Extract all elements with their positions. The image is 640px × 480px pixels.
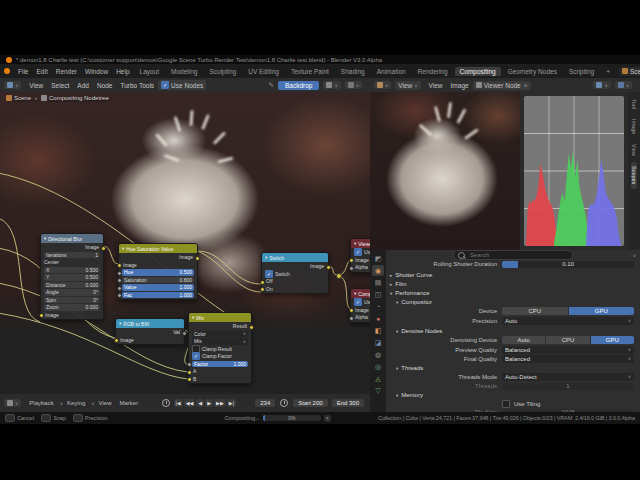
backdrop-button[interactable]: Backdrop bbox=[278, 81, 319, 90]
output-image[interactable]: Image bbox=[44, 244, 100, 251]
panel-memory[interactable]: ▾Memory bbox=[386, 391, 640, 399]
stopwatch-icon[interactable] bbox=[280, 399, 288, 407]
node-header[interactable]: ▾Viewer bbox=[351, 239, 370, 248]
use-tiling-checkbox[interactable] bbox=[502, 400, 510, 408]
menu-image[interactable]: Image bbox=[447, 82, 473, 89]
input-b[interactable]: B bbox=[192, 376, 248, 383]
menu-file[interactable]: File bbox=[14, 68, 32, 75]
field-x[interactable]: X0.500 bbox=[44, 267, 100, 274]
sync-icon[interactable] bbox=[162, 399, 170, 407]
switch-checkbox[interactable]: ✓Switch bbox=[265, 271, 325, 278]
field-hue[interactable]: Hue0.500 bbox=[122, 269, 194, 276]
use-nodes-toggle[interactable]: ✓Use Nodes bbox=[158, 80, 206, 90]
menu-keying[interactable]: Keying bbox=[63, 400, 89, 406]
rolling-shutter-slider[interactable]: 0.10 bbox=[502, 261, 634, 268]
use-alpha-checkbox[interactable]: ✓Use Alpha bbox=[354, 299, 370, 306]
menu-view[interactable]: View bbox=[25, 82, 47, 89]
properties-tab-scene-icon[interactable]: ◔ bbox=[372, 301, 384, 312]
node-switch[interactable]: ▾Switch Image ✓Switch Off On bbox=[261, 252, 329, 294]
field-y[interactable]: Y0.500 bbox=[44, 274, 100, 281]
properties-tab-world-icon[interactable]: ● bbox=[372, 313, 384, 324]
input-alpha[interactable]: Alpha bbox=[354, 264, 370, 271]
editor-type-button[interactable]: ∨ bbox=[4, 81, 21, 89]
properties-tab-render-icon[interactable]: ◉ bbox=[372, 265, 384, 276]
threads-mode-dropdown[interactable]: Auto-Detect∨ bbox=[502, 373, 634, 381]
denoise-cpu-button[interactable]: CPU bbox=[546, 336, 589, 344]
field-iterations[interactable]: Iterations1 bbox=[44, 252, 100, 259]
denoise-auto-button[interactable]: Auto bbox=[502, 336, 545, 344]
tab-modeling[interactable]: Modeling bbox=[166, 67, 202, 76]
frame-start-field[interactable]: Start 200 bbox=[293, 399, 327, 407]
node-header[interactable]: ▾Directional Blur bbox=[41, 234, 103, 243]
menu-marker[interactable]: Marker bbox=[116, 400, 143, 406]
play-reverse-button[interactable]: ◀ bbox=[196, 399, 204, 407]
output-image[interactable]: Image bbox=[122, 254, 194, 261]
field-zoom[interactable]: Zoom0.000 bbox=[44, 304, 100, 311]
search-box[interactable] bbox=[453, 250, 573, 260]
menu-render[interactable]: Render bbox=[52, 68, 81, 75]
use-alpha-checkbox[interactable]: ✓Use Alpha bbox=[354, 249, 370, 256]
mix-blend-mode-dropdown[interactable]: Mix∨ bbox=[192, 338, 248, 345]
view-transform-dropdown[interactable]: ∨ bbox=[615, 81, 632, 89]
input-image[interactable]: Image bbox=[44, 312, 100, 319]
properties-tab-modifiers-icon[interactable]: ◪ bbox=[372, 337, 384, 348]
backdrop-channels-button[interactable]: ∨ bbox=[323, 81, 340, 89]
output-image[interactable]: Image bbox=[265, 263, 325, 270]
frame-end-field[interactable]: End 300 bbox=[332, 399, 364, 407]
menu-turbo-tools[interactable]: Turbo Tools bbox=[116, 82, 158, 89]
close-icon[interactable]: × bbox=[524, 82, 528, 89]
tab-sculpting[interactable]: Sculpting bbox=[204, 67, 241, 76]
menu-edit[interactable]: Edit bbox=[32, 68, 51, 75]
node-hue-saturation-value[interactable]: ▾Hue Saturation Value Image Image Hue0.5… bbox=[118, 243, 198, 300]
cancel-job-button[interactable]: × bbox=[324, 415, 331, 422]
field-value[interactable]: Value1.000 bbox=[122, 284, 194, 291]
tab-shading[interactable]: Shading bbox=[336, 67, 370, 76]
current-frame-field[interactable]: 234 bbox=[255, 399, 275, 407]
jump-to-start-button[interactable]: |◀ bbox=[174, 399, 183, 407]
mix-data-type-dropdown[interactable]: Color∨ bbox=[192, 331, 248, 338]
preview-quality-dropdown[interactable]: Balanced∨ bbox=[502, 346, 634, 354]
blender-menu-icon[interactable] bbox=[4, 68, 10, 74]
menu-add[interactable]: Add bbox=[73, 82, 93, 89]
search-input[interactable] bbox=[468, 251, 562, 259]
image-datablock-selector[interactable]: Viewer Node× bbox=[473, 81, 531, 90]
input-image[interactable]: Image bbox=[122, 262, 194, 269]
panel-shutter-curve[interactable]: ▸Shutter Curve bbox=[386, 271, 640, 279]
input-image[interactable]: Image bbox=[119, 337, 181, 344]
panel-performance[interactable]: ▾Performance bbox=[386, 289, 640, 297]
tab-uv-editing[interactable]: UV Editing bbox=[243, 67, 284, 76]
tab-compositing[interactable]: Compositing bbox=[455, 67, 501, 76]
node-viewer[interactable]: ▾Viewer ✓Use Alpha Image Alpha bbox=[350, 238, 370, 273]
tab-add-workspace[interactable]: + bbox=[601, 67, 615, 76]
editor-type-button[interactable]: ∨ bbox=[374, 81, 391, 89]
node-header[interactable]: ▾Hue Saturation Value bbox=[119, 244, 197, 253]
tab-geometry-nodes[interactable]: Geometry Nodes bbox=[503, 67, 562, 76]
input-image[interactable]: Image bbox=[354, 307, 370, 314]
node-composite[interactable]: ▾Composite ✓Use Alpha Image Alpha bbox=[350, 288, 370, 323]
node-mix[interactable]: ▾Mix Result Color∨ Mix∨ Clamp Result ✓Cl… bbox=[188, 312, 252, 384]
play-button[interactable]: ▶ bbox=[205, 399, 213, 407]
panel-denoise-nodes[interactable]: ▾Denoise Nodes bbox=[386, 327, 640, 335]
tab-rendering[interactable]: Rendering bbox=[413, 67, 453, 76]
properties-tab-physics-icon[interactable]: ◎ bbox=[372, 361, 384, 372]
tab-animation[interactable]: Animation bbox=[372, 67, 411, 76]
properties-tab-output-icon[interactable]: ▤ bbox=[372, 277, 384, 288]
tab-tool[interactable]: Tool bbox=[631, 95, 637, 113]
editor-type-button[interactable]: ∨ bbox=[4, 399, 21, 407]
jump-to-end-button[interactable]: ▶| bbox=[227, 399, 236, 407]
field-spin[interactable]: Spin0° bbox=[44, 297, 100, 304]
node-header[interactable]: ▾Composite bbox=[351, 289, 370, 298]
input-image[interactable]: Image bbox=[354, 257, 370, 264]
previous-keyframe-button[interactable]: ◀◀ bbox=[184, 399, 196, 407]
chevron-down-icon[interactable]: ∨ bbox=[633, 253, 636, 258]
menu-select[interactable]: Select bbox=[47, 82, 73, 89]
menu-view[interactable]: View bbox=[425, 82, 447, 89]
properties-tab-object-icon[interactable]: ◧ bbox=[372, 325, 384, 336]
properties-tab-view-layer-icon[interactable]: ◫ bbox=[372, 289, 384, 300]
input-a[interactable]: A bbox=[192, 368, 248, 375]
scene-selector[interactable]: Scene∨ bbox=[619, 67, 640, 76]
menu-help[interactable]: Help bbox=[112, 68, 133, 75]
properties-tab-data-icon[interactable]: ▽ bbox=[372, 385, 384, 396]
denoise-gpu-button[interactable]: GPU bbox=[591, 336, 634, 344]
field-angle[interactable]: Angle0° bbox=[44, 289, 100, 296]
